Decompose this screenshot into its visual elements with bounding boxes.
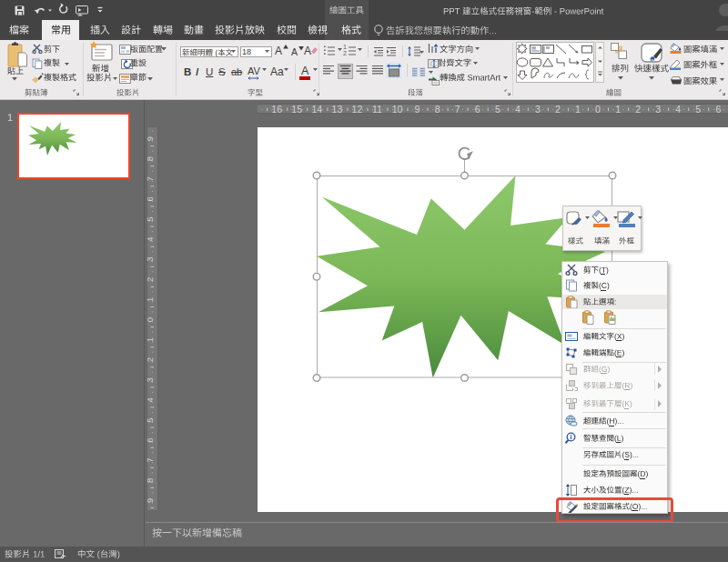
svg-text:4: 4 bbox=[675, 104, 681, 115]
svg-text:4: 4 bbox=[515, 104, 521, 115]
svg-text:10: 10 bbox=[392, 104, 403, 115]
svg-text:2: 2 bbox=[147, 276, 155, 281]
svg-text:4: 4 bbox=[147, 236, 155, 241]
svg-text:6: 6 bbox=[715, 104, 721, 115]
svg-text:15: 15 bbox=[291, 104, 302, 115]
svg-text:1: 1 bbox=[615, 104, 621, 115]
svg-text:9: 9 bbox=[147, 135, 155, 140]
svg-text:3: 3 bbox=[535, 104, 541, 115]
svg-text:8: 8 bbox=[435, 104, 440, 115]
svg-text:2: 2 bbox=[635, 104, 641, 115]
svg-text:6: 6 bbox=[147, 196, 155, 201]
svg-text:0: 0 bbox=[595, 104, 601, 115]
svg-text:6: 6 bbox=[147, 437, 155, 442]
svg-text:1: 1 bbox=[147, 336, 155, 341]
svg-text:2: 2 bbox=[147, 357, 155, 362]
svg-text:5: 5 bbox=[147, 417, 155, 422]
svg-text:1: 1 bbox=[147, 296, 155, 301]
svg-text:12: 12 bbox=[352, 104, 363, 115]
svg-text:9: 9 bbox=[415, 104, 420, 115]
svg-text:3: 3 bbox=[655, 104, 661, 115]
svg-text:11: 11 bbox=[372, 104, 382, 115]
svg-text:3: 3 bbox=[147, 256, 155, 261]
svg-text:5: 5 bbox=[147, 216, 155, 221]
svg-text:3: 3 bbox=[147, 377, 155, 382]
svg-text:16: 16 bbox=[271, 104, 282, 115]
svg-text:2: 2 bbox=[555, 104, 561, 115]
svg-text:9: 9 bbox=[147, 497, 155, 502]
svg-text:5: 5 bbox=[495, 104, 500, 115]
svg-text:5: 5 bbox=[695, 104, 701, 115]
svg-text:7: 7 bbox=[147, 457, 155, 462]
svg-text:8: 8 bbox=[147, 156, 155, 161]
svg-text:14: 14 bbox=[311, 104, 322, 115]
svg-text:13: 13 bbox=[332, 104, 343, 115]
svg-text:4: 4 bbox=[147, 397, 155, 402]
svg-text:0: 0 bbox=[147, 316, 155, 321]
svg-text:7: 7 bbox=[147, 176, 155, 181]
svg-text:8: 8 bbox=[147, 477, 155, 482]
svg-text:6: 6 bbox=[475, 104, 480, 115]
svg-text:7: 7 bbox=[455, 104, 460, 115]
svg-text:1: 1 bbox=[575, 104, 581, 115]
